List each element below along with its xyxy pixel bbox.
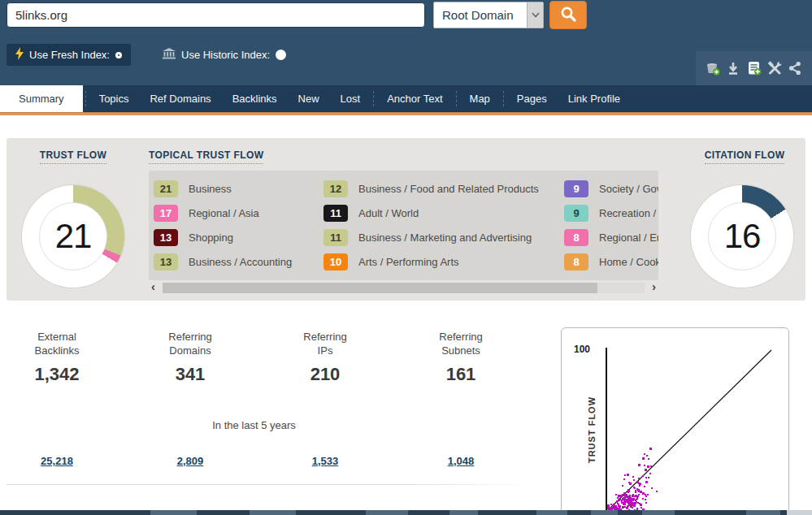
- scatter-point: [648, 458, 649, 460]
- topical-item[interactable]: 21Business: [154, 176, 323, 201]
- scatter-point: [640, 507, 642, 509]
- history-link[interactable]: 1,533: [312, 455, 339, 467]
- scatter-point: [622, 485, 623, 487]
- topical-score-badge: 21: [154, 180, 178, 197]
- scope-select[interactable]: Root Domain: [433, 2, 544, 28]
- scatter-point: [627, 489, 629, 491]
- taskbar-segment: [642, 510, 675, 515]
- tab-separator: [503, 91, 504, 106]
- tab-anchor-text[interactable]: Anchor Text: [376, 85, 453, 112]
- topical-score-badge: 9: [564, 180, 588, 197]
- tab-pages[interactable]: Pages: [506, 85, 558, 112]
- topical-score-badge: 17: [154, 205, 178, 222]
- topical-score-badge: 8: [564, 229, 588, 246]
- search-icon: [560, 6, 577, 25]
- fresh-index-toggle[interactable]: Use Fresh Index:: [7, 44, 131, 66]
- tab-lost[interactable]: Lost: [330, 85, 371, 112]
- scatter-point: [627, 474, 629, 476]
- tab-backlinks[interactable]: Backlinks: [222, 85, 288, 112]
- topical-item[interactable]: 11Business / Marketing and Advertising: [323, 226, 564, 250]
- share-icon[interactable]: [786, 59, 804, 77]
- scatter-point: [620, 495, 623, 497]
- scatter-point: [632, 507, 633, 509]
- topical-score-badge: 13: [154, 253, 178, 270]
- trust-flow-title: TRUST FLOW: [40, 149, 107, 164]
- scatter-point: [627, 500, 628, 501]
- topical-score-badge: 9: [564, 205, 588, 222]
- scatter-point: [624, 502, 626, 504]
- stat-label: Referring: [268, 330, 382, 344]
- tab-ref-domains[interactable]: Ref Domains: [139, 85, 221, 112]
- tab-summary[interactable]: Summary: [0, 85, 83, 112]
- trust-flow-title-wrap: TRUST FLOW: [20, 147, 126, 164]
- scatter-point: [623, 478, 625, 480]
- topical-item[interactable]: 11Adult / World: [323, 201, 564, 225]
- tab-separator: [85, 91, 86, 106]
- historic-index-radio[interactable]: [276, 50, 286, 60]
- add-to-bucket-icon[interactable]: [704, 59, 722, 77]
- stat-label: Domains: [133, 344, 247, 357]
- topical-label: Regional / Eur: [599, 232, 658, 244]
- scatter-point: [645, 502, 647, 504]
- topical-title-wrap: TOPICAL TRUST FLOW: [149, 147, 352, 164]
- search-button[interactable]: [549, 1, 587, 29]
- stat-label: External: [0, 330, 114, 344]
- fresh-index-label: Use Fresh Index:: [29, 49, 110, 61]
- scatter-point: [633, 479, 635, 481]
- scatter-point: [644, 465, 645, 466]
- tab-topics[interactable]: Topics: [89, 85, 140, 112]
- tab-link-profile[interactable]: Link Profile: [558, 85, 631, 112]
- taskbar-segment: [591, 510, 618, 515]
- tools-icon[interactable]: [766, 59, 784, 77]
- scatter-point: [649, 448, 652, 450]
- fresh-index-radio[interactable]: [115, 52, 122, 58]
- taskbar-segment: [787, 510, 812, 515]
- topical-item[interactable]: 8Regional / Eur: [564, 226, 658, 250]
- history-link-wrap: 25,218: [0, 453, 114, 468]
- scatter-point: [645, 481, 648, 483]
- period-label: In the last 5 years: [0, 419, 508, 431]
- topical-item[interactable]: 9Recreation / T: [564, 201, 658, 225]
- history-link[interactable]: 2,809: [177, 455, 204, 467]
- citation-flow-title-wrap: CITATION FLOW: [692, 147, 797, 164]
- taskbar-segment: [449, 510, 478, 515]
- scatter-point: [644, 453, 645, 455]
- scroll-right-icon[interactable]: ›: [652, 280, 656, 293]
- topical-label: Business / Food and Related Products: [358, 183, 539, 195]
- history-link[interactable]: 1,048: [448, 455, 475, 467]
- topical-item[interactable]: 13Shopping: [154, 226, 323, 250]
- historic-index-label: Use Historic Index:: [181, 49, 270, 61]
- scatter-point: [649, 473, 651, 474]
- download-icon[interactable]: [724, 59, 742, 77]
- topical-item[interactable]: 17Regional / Asia: [154, 201, 323, 225]
- scatter-point: [639, 503, 640, 504]
- historic-index-toggle[interactable]: Use Historic Index:: [163, 44, 286, 66]
- history-link[interactable]: 25,218: [41, 455, 73, 467]
- tab-map[interactable]: Map: [459, 85, 501, 112]
- scatter-point: [636, 508, 638, 509]
- topical-item[interactable]: 8Home / Cookin: [564, 250, 658, 275]
- topical-item[interactable]: 9Society / Gove: [564, 176, 658, 201]
- topical-label: Adult / World: [358, 207, 419, 219]
- taskbar-segment: [250, 510, 296, 515]
- topical-trust-flow-panel: 21Business17Regional / Asia13Shopping13B…: [149, 171, 658, 280]
- topical-item[interactable]: 13Business / Accounting: [154, 250, 323, 275]
- scatter-point: [642, 457, 645, 460]
- scatter-point: [648, 477, 649, 478]
- history-links-row: 25,2182,8091,5331,048: [0, 453, 536, 470]
- topical-item[interactable]: 12Business / Food and Related Products: [323, 176, 564, 201]
- scatter-point: [627, 496, 629, 497]
- topical-label: Shopping: [189, 232, 233, 244]
- add-report-icon[interactable]: [745, 59, 763, 77]
- scatter-point: [623, 504, 624, 505]
- search-input[interactable]: [7, 2, 425, 28]
- scatter-point: [637, 489, 640, 491]
- topical-label: Business / Marketing and Advertising: [358, 232, 532, 244]
- scatter-point: [636, 499, 637, 500]
- citation-flow-donut-hole: 16: [708, 202, 776, 270]
- scrollbar-track[interactable]: [163, 283, 645, 293]
- topical-item[interactable]: 10Arts / Performing Arts: [323, 250, 564, 275]
- scroll-left-icon[interactable]: ‹: [151, 280, 155, 293]
- scrollbar-thumb[interactable]: [163, 283, 597, 293]
- tab-new[interactable]: New: [288, 85, 330, 112]
